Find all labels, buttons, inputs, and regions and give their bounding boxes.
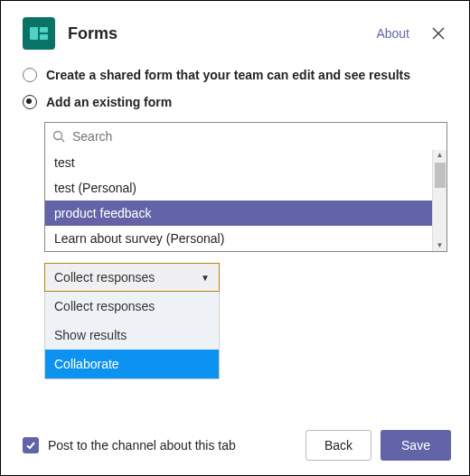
forms-app-icon bbox=[23, 17, 55, 50]
post-to-channel-checkbox[interactable] bbox=[23, 437, 39, 453]
app-title: Forms bbox=[68, 24, 118, 43]
form-list-item[interactable]: test bbox=[45, 150, 446, 175]
svg-point-5 bbox=[54, 132, 62, 140]
option-create-new-label: Create a shared form that your team can … bbox=[46, 68, 410, 82]
scroll-up-icon: ▲ bbox=[437, 150, 444, 161]
form-list-item[interactable]: product feedback bbox=[45, 201, 446, 226]
radio-add-existing[interactable] bbox=[23, 95, 37, 109]
search-input[interactable] bbox=[70, 128, 439, 145]
svg-rect-0 bbox=[30, 27, 38, 40]
dialog-body: Create a shared form that your team can … bbox=[1, 50, 469, 379]
form-list: test test (Personal) product feedback Le… bbox=[45, 150, 446, 251]
radio-create-new[interactable] bbox=[23, 68, 37, 82]
search-bar bbox=[45, 123, 446, 150]
svg-rect-2 bbox=[40, 34, 48, 40]
close-button[interactable] bbox=[426, 21, 451, 46]
form-action-option[interactable]: Show results bbox=[45, 321, 219, 350]
about-link[interactable]: About bbox=[376, 26, 409, 41]
existing-form-picker: test test (Personal) product feedback Le… bbox=[44, 122, 447, 252]
form-action-selectbox[interactable]: Collect responses ▼ bbox=[44, 263, 220, 292]
form-action-option[interactable]: Collect responses bbox=[45, 292, 219, 321]
post-to-channel-label: Post to the channel about this tab bbox=[48, 438, 236, 453]
svg-line-6 bbox=[61, 139, 65, 143]
forms-dialog: Forms About Create a shared form that yo… bbox=[0, 0, 470, 476]
form-action-current: Collect responses bbox=[54, 270, 155, 285]
chevron-down-icon: ▼ bbox=[201, 273, 210, 283]
option-add-existing-label: Add an existing form bbox=[46, 95, 172, 109]
back-button[interactable]: Back bbox=[306, 430, 371, 461]
check-icon bbox=[25, 440, 36, 451]
search-icon bbox=[52, 130, 65, 143]
scroll-thumb[interactable] bbox=[435, 163, 446, 188]
scroll-down-icon: ▼ bbox=[437, 240, 444, 251]
form-action-options: Collect responses Show results Collabora… bbox=[44, 292, 220, 379]
form-action-option[interactable]: Collaborate bbox=[45, 350, 219, 378]
dialog-footer: Post to the channel about this tab Back … bbox=[1, 417, 469, 475]
form-list-scrollbar[interactable]: ▲ ▼ bbox=[432, 150, 446, 251]
form-list-item[interactable]: test (Personal) bbox=[45, 175, 446, 201]
dialog-header: Forms About bbox=[1, 1, 469, 50]
close-icon bbox=[432, 27, 445, 40]
save-button[interactable]: Save bbox=[381, 430, 451, 461]
form-list-item[interactable]: Learn about survey (Personal) bbox=[45, 226, 446, 251]
option-create-new[interactable]: Create a shared form that your team can … bbox=[23, 68, 447, 82]
option-add-existing[interactable]: Add an existing form bbox=[23, 95, 447, 109]
svg-rect-1 bbox=[40, 27, 48, 33]
form-action-select: Collect responses ▼ Collect responses Sh… bbox=[44, 263, 220, 379]
